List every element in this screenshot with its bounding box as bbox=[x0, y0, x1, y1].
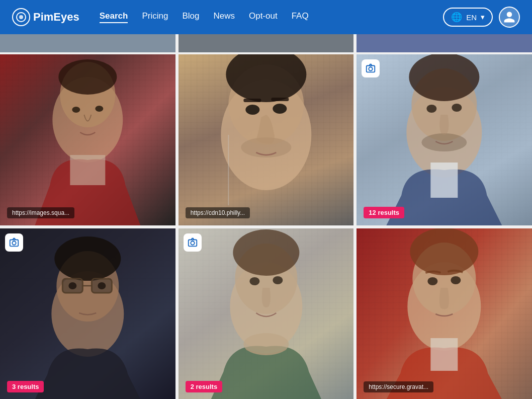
face-image-4 bbox=[0, 228, 175, 399]
face-svg-2 bbox=[179, 54, 354, 225]
main-nav: Search Pricing Blog News Opt-out FAQ bbox=[100, 11, 443, 23]
face-svg-5 bbox=[179, 228, 354, 399]
url-badge-1: https://images.squa... bbox=[7, 207, 74, 218]
globe-icon: 🌐 bbox=[451, 12, 462, 23]
image-card-3[interactable]: 12 results bbox=[357, 54, 532, 225]
nav-search[interactable]: Search bbox=[100, 11, 128, 23]
svg-point-6 bbox=[72, 107, 80, 113]
chevron-down-icon: ▾ bbox=[481, 13, 485, 22]
image-card-1[interactable]: https://images.squa... bbox=[0, 54, 175, 225]
face-svg-1 bbox=[0, 54, 175, 225]
svg-rect-50 bbox=[431, 338, 458, 371]
svg-point-44 bbox=[273, 276, 283, 284]
svg-point-51 bbox=[428, 277, 438, 285]
image-card-6[interactable]: https://secure.gravat... bbox=[357, 228, 532, 399]
icon-badge-4 bbox=[5, 233, 23, 252]
top-item-3 bbox=[357, 34, 532, 52]
svg-point-26 bbox=[369, 67, 373, 70]
svg-rect-21 bbox=[431, 163, 458, 198]
nav-faq[interactable]: FAQ bbox=[292, 11, 309, 23]
face-image-1 bbox=[0, 54, 175, 225]
svg-point-14 bbox=[273, 104, 287, 114]
nav-optout[interactable]: Opt-out bbox=[249, 11, 278, 23]
url-badge-2: https://cdn10.philly... bbox=[186, 207, 250, 218]
face-svg-6 bbox=[357, 228, 532, 399]
results-badge-3: 12 results bbox=[364, 207, 404, 218]
face-svg-4 bbox=[0, 228, 175, 399]
face-image-3 bbox=[357, 54, 532, 225]
image-card-5[interactable]: 2 results bbox=[179, 228, 354, 399]
svg-point-37 bbox=[12, 241, 16, 245]
face-image-2 bbox=[179, 54, 354, 225]
results-badge-5: 2 results bbox=[186, 381, 222, 392]
svg-point-41 bbox=[233, 229, 299, 276]
url-badge-6: https://secure.gravat... bbox=[364, 381, 433, 392]
icon-badge-5 bbox=[184, 233, 202, 252]
image-card-2[interactable]: https://cdn10.philly... bbox=[179, 54, 354, 225]
logo[interactable]: PimEyes bbox=[12, 8, 79, 26]
svg-rect-12 bbox=[271, 98, 289, 101]
svg-point-23 bbox=[427, 105, 437, 113]
svg-rect-11 bbox=[243, 99, 261, 102]
top-partial-row bbox=[0, 34, 532, 52]
image-grid: https://images.squa... bbox=[0, 52, 532, 399]
top-item-1 bbox=[0, 34, 175, 52]
user-avatar-button[interactable] bbox=[499, 7, 520, 28]
nav-news[interactable]: News bbox=[213, 11, 235, 23]
top-item-2 bbox=[179, 34, 354, 52]
svg-point-34 bbox=[68, 282, 76, 289]
face-svg-3 bbox=[357, 54, 532, 225]
svg-rect-5 bbox=[70, 155, 105, 185]
header-right: 🌐 EN ▾ bbox=[443, 7, 520, 28]
camera-icon-4 bbox=[9, 237, 20, 248]
nav-blog[interactable]: Blog bbox=[182, 11, 199, 23]
header: PimEyes Search Pricing Blog News Opt-out… bbox=[0, 0, 532, 34]
language-selector[interactable]: 🌐 EN ▾ bbox=[443, 8, 493, 27]
logo-text: PimEyes bbox=[33, 11, 79, 24]
svg-point-1 bbox=[19, 15, 23, 19]
svg-point-24 bbox=[452, 104, 462, 112]
image-card-4[interactable]: 3 results bbox=[0, 228, 175, 399]
svg-point-46 bbox=[191, 241, 194, 245]
lang-label: EN bbox=[466, 13, 477, 22]
nav-pricing[interactable]: Pricing bbox=[142, 11, 168, 23]
svg-point-7 bbox=[95, 106, 103, 112]
face-image-6 bbox=[357, 228, 532, 399]
camera-icon-3 bbox=[365, 63, 376, 74]
svg-point-49 bbox=[410, 228, 479, 275]
user-icon bbox=[503, 11, 516, 24]
svg-point-13 bbox=[245, 105, 259, 115]
svg-point-43 bbox=[249, 277, 259, 285]
svg-point-22 bbox=[422, 133, 467, 151]
logo-icon bbox=[12, 8, 30, 26]
camera-icon-5 bbox=[187, 237, 198, 248]
results-badge-4: 3 results bbox=[7, 381, 44, 392]
svg-point-20 bbox=[409, 54, 480, 101]
svg-point-52 bbox=[451, 276, 461, 284]
svg-point-30 bbox=[54, 236, 121, 281]
icon-badge-3 bbox=[362, 59, 380, 77]
svg-point-4 bbox=[58, 59, 117, 95]
svg-point-35 bbox=[98, 282, 106, 289]
face-image-5 bbox=[179, 228, 354, 399]
